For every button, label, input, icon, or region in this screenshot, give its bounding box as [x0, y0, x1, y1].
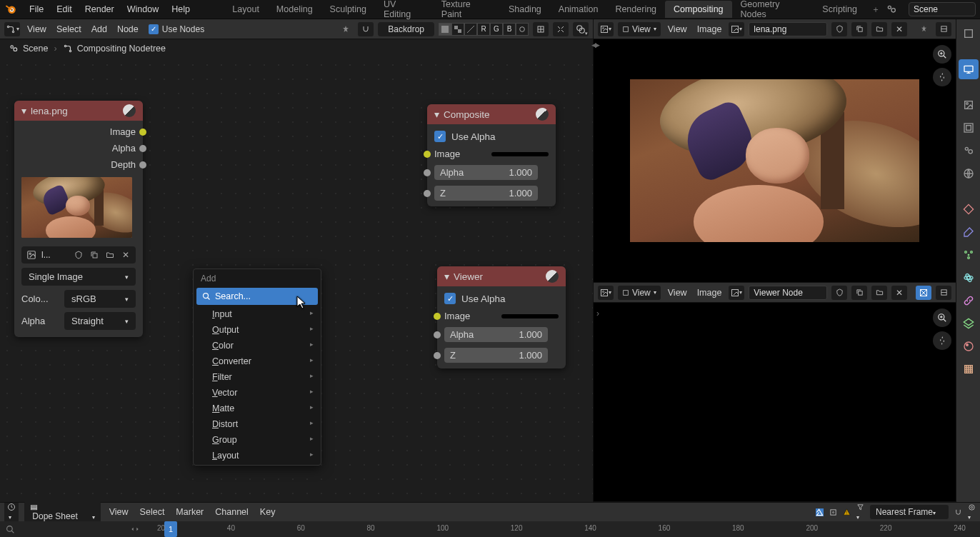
node-composite-header[interactable]: ▾ Composite [427, 104, 556, 124]
pan-nav-icon[interactable] [933, 68, 951, 86]
colorspace-select[interactable]: sRGB▾ [64, 290, 136, 308]
material-tab-icon[interactable] [959, 336, 979, 356]
viewlayer-tab-icon[interactable] [959, 118, 979, 138]
workspace-shading[interactable]: Shading [500, 1, 550, 18]
preview-toggle-icon[interactable] [123, 104, 136, 117]
dope-view[interactable]: View [106, 507, 131, 517]
add-menu-item[interactable]: Vector [195, 385, 319, 401]
preview-toggle-icon[interactable] [546, 270, 559, 283]
data-tab-icon[interactable] [959, 313, 979, 333]
chevron-down-icon[interactable]: ▾ [21, 105, 26, 116]
channel-combined[interactable] [439, 23, 451, 36]
pin-icon[interactable] [338, 22, 354, 36]
close-icon[interactable]: ✕ [119, 248, 133, 262]
channel-g[interactable]: G [490, 23, 503, 36]
socket-depth-out[interactable]: Depth [14, 156, 143, 173]
menu-help[interactable]: Help [165, 1, 196, 17]
breadcrumb-nodetree[interactable]: Compositing Nodetree [63, 44, 166, 54]
workspace-add-button[interactable]: ＋ [866, 1, 886, 19]
unlink-icon[interactable]: ✕ [891, 22, 907, 36]
channel-b[interactable]: B [503, 23, 516, 36]
node-canvas[interactable]: ▾ lena.png Image Alpha Depth l... [0, 58, 593, 502]
shield-icon[interactable] [831, 22, 847, 36]
add-menu-search[interactable]: Search... [196, 288, 318, 305]
chevron-right-icon[interactable]: › [596, 308, 599, 318]
add-menu-item[interactable]: Output [195, 322, 319, 338]
scene-tab-icon[interactable] [959, 141, 979, 161]
duplicate-icon[interactable] [851, 286, 867, 300]
use-nodes-toggle[interactable]: ✓ Use Nodes [146, 24, 207, 34]
node-image[interactable]: ▾ lena.png Image Alpha Depth l... [14, 101, 143, 337]
node-viewer-header[interactable]: ▾ Viewer [437, 266, 566, 286]
chevron-down-icon[interactable]: ▾ [434, 109, 439, 120]
physics-tab-icon[interactable] [959, 268, 979, 288]
workspace-rendering[interactable]: Rendering [606, 1, 665, 18]
dope-key[interactable]: Key [257, 507, 279, 517]
dope-channel[interactable]: Channel [212, 507, 251, 517]
scene-selector[interactable] [909, 2, 976, 16]
socket-alpha-out[interactable]: Alpha [14, 140, 143, 156]
unlink-icon[interactable]: ✕ [891, 286, 907, 300]
editor-type-icon[interactable]: ▾ [4, 22, 20, 36]
menu-render[interactable]: Render [79, 1, 121, 17]
shield-icon[interactable] [831, 286, 847, 300]
fit-icon[interactable] [553, 22, 569, 36]
header-node[interactable]: Node [114, 24, 141, 34]
menu-window[interactable]: Window [121, 1, 165, 17]
image-name-input[interactable] [749, 22, 827, 36]
sync-mode-select[interactable]: Nearest Frame▾ [870, 505, 949, 519]
folder-icon[interactable] [103, 248, 117, 262]
pin-icon[interactable] [916, 22, 931, 36]
img-header-image[interactable]: Image [694, 288, 725, 298]
alpha-mode-select[interactable]: Straight▾ [64, 312, 136, 330]
tool-options-icon[interactable] [959, 24, 979, 44]
texture-tab-icon[interactable] [959, 359, 979, 379]
show-hidden-icon[interactable] [829, 508, 837, 516]
img-header-view[interactable]: View [665, 24, 690, 34]
preview-toggle-icon[interactable] [536, 108, 549, 121]
view-mode-dropdown[interactable]: View▾ [618, 22, 661, 36]
add-menu-item[interactable]: Layout [195, 448, 319, 463]
node-composite[interactable]: ▾ Composite ✓Use Alpha Image Alpha1.000 … [427, 104, 556, 206]
node-viewer[interactable]: ▾ Viewer ✓Use Alpha Image Alpha1.000 Z1.… [437, 266, 566, 368]
channel-alpha[interactable] [464, 23, 477, 36]
img-header-image[interactable]: Image [694, 24, 725, 34]
shield-icon[interactable] [71, 248, 86, 262]
image-source-select[interactable]: Single Image▾ [21, 268, 136, 286]
add-menu-item[interactable]: Matte [195, 401, 319, 416]
range-handle-icon[interactable] [130, 524, 140, 534]
zoom-icon[interactable] [533, 22, 549, 36]
header-select[interactable]: Select [54, 24, 84, 34]
add-menu-item[interactable]: Group [195, 432, 319, 448]
filter-icon[interactable]: ▾ [856, 503, 864, 521]
render-tab-icon[interactable] [959, 59, 979, 79]
snap-icon[interactable] [358, 22, 374, 36]
add-menu-item[interactable]: Converter [195, 353, 319, 369]
workspace-sculpting[interactable]: Sculpting [321, 1, 375, 18]
header-view[interactable]: View [24, 24, 49, 34]
dope-marker[interactable]: Marker [173, 507, 206, 517]
folder-icon[interactable] [871, 286, 887, 300]
selected-only-icon[interactable] [816, 508, 824, 516]
channel-r[interactable]: R [477, 23, 490, 36]
folder-icon[interactable] [871, 22, 887, 36]
channel-color[interactable] [451, 23, 464, 36]
header-add[interactable]: Add [89, 24, 110, 34]
socket-z-in[interactable]: Z1.000 [437, 345, 566, 366]
chevron-down-icon[interactable]: ▾ [444, 271, 449, 282]
add-menu-item[interactable]: Distort [195, 416, 319, 432]
composite-use-alpha[interactable]: ✓Use Alpha [427, 127, 556, 146]
breadcrumb-scene[interactable]: Scene [9, 44, 48, 54]
world-tab-icon[interactable] [959, 164, 979, 184]
add-menu-item[interactable]: Input [195, 306, 319, 322]
channel-a[interactable] [516, 23, 529, 36]
editor-type-icon[interactable]: ▾ [598, 22, 614, 36]
image-browse-icon[interactable]: ▾ [729, 286, 744, 300]
image-viewport[interactable] [594, 39, 956, 282]
object-tab-icon[interactable] [959, 199, 979, 219]
duplicate-icon[interactable] [851, 22, 867, 36]
image-viewport-2[interactable]: › [594, 303, 956, 501]
backdrop-toggle[interactable]: Backdrop [378, 22, 434, 36]
socket-image-in[interactable]: Image [427, 146, 556, 162]
image-name-input[interactable] [749, 286, 827, 300]
